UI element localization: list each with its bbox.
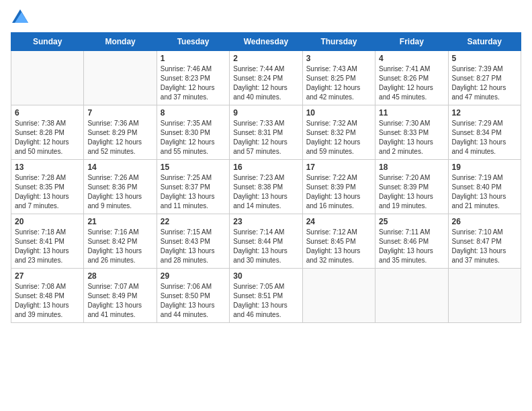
- day-info: Sunrise: 7:26 AM Sunset: 8:36 PM Dayligh…: [87, 173, 152, 211]
- day-info: Sunrise: 7:28 AM Sunset: 8:35 PM Dayligh…: [15, 173, 80, 211]
- day-number: 28: [87, 271, 152, 281]
- calendar-table: SundayMondayTuesdayWednesdayThursdayFrid…: [11, 32, 521, 323]
- day-info: Sunrise: 7:16 AM Sunset: 8:42 PM Dayligh…: [87, 228, 152, 265]
- calendar-week-row: 20Sunrise: 7:18 AM Sunset: 8:41 PM Dayli…: [11, 214, 521, 269]
- day-number: 4: [379, 54, 444, 63]
- day-info: Sunrise: 7:32 AM Sunset: 8:32 PM Dayligh…: [306, 119, 371, 156]
- weekday-header-wednesday: Wednesday: [230, 33, 302, 51]
- day-number: 12: [452, 108, 517, 118]
- day-number: 25: [379, 217, 444, 226]
- day-number: 14: [87, 163, 152, 172]
- day-number: 30: [233, 271, 298, 281]
- calendar-cell: 28Sunrise: 7:07 AM Sunset: 8:49 PM Dayli…: [84, 269, 157, 323]
- calendar-cell: 12Sunrise: 7:29 AM Sunset: 8:34 PM Dayli…: [448, 105, 521, 160]
- weekday-header-saturday: Saturday: [448, 33, 521, 51]
- day-info: Sunrise: 7:30 AM Sunset: 8:33 PM Dayligh…: [379, 119, 444, 156]
- calendar-cell: 5Sunrise: 7:39 AM Sunset: 8:27 PM Daylig…: [448, 51, 521, 105]
- day-info: Sunrise: 7:14 AM Sunset: 8:44 PM Dayligh…: [233, 228, 298, 265]
- day-info: Sunrise: 7:43 AM Sunset: 8:25 PM Dayligh…: [306, 64, 371, 102]
- calendar-cell: [11, 51, 84, 105]
- calendar-cell: 3Sunrise: 7:43 AM Sunset: 8:25 PM Daylig…: [302, 51, 375, 105]
- day-info: Sunrise: 7:12 AM Sunset: 8:45 PM Dayligh…: [306, 228, 371, 265]
- calendar-cell: 1Sunrise: 7:46 AM Sunset: 8:23 PM Daylig…: [157, 51, 229, 105]
- day-number: 9: [233, 108, 298, 118]
- day-info: Sunrise: 7:22 AM Sunset: 8:39 PM Dayligh…: [306, 173, 371, 211]
- day-info: Sunrise: 7:46 AM Sunset: 8:23 PM Dayligh…: [161, 64, 226, 102]
- day-info: Sunrise: 7:25 AM Sunset: 8:37 PM Dayligh…: [161, 173, 226, 211]
- calendar-week-row: 27Sunrise: 7:08 AM Sunset: 8:48 PM Dayli…: [11, 269, 521, 323]
- calendar-cell: 11Sunrise: 7:30 AM Sunset: 8:33 PM Dayli…: [375, 105, 448, 160]
- calendar-cell: 17Sunrise: 7:22 AM Sunset: 8:39 PM Dayli…: [302, 160, 375, 214]
- calendar-week-row: 13Sunrise: 7:28 AM Sunset: 8:35 PM Dayli…: [11, 160, 521, 214]
- day-number: 3: [306, 54, 371, 63]
- calendar-cell: 6Sunrise: 7:38 AM Sunset: 8:28 PM Daylig…: [11, 105, 84, 160]
- calendar-cell: 10Sunrise: 7:32 AM Sunset: 8:32 PM Dayli…: [302, 105, 375, 160]
- calendar-week-row: 6Sunrise: 7:38 AM Sunset: 8:28 PM Daylig…: [11, 105, 521, 160]
- day-number: 13: [15, 163, 80, 172]
- day-number: 24: [306, 217, 371, 226]
- calendar-cell: 21Sunrise: 7:16 AM Sunset: 8:42 PM Dayli…: [84, 214, 157, 269]
- calendar-cell: [302, 269, 375, 323]
- day-info: Sunrise: 7:05 AM Sunset: 8:51 PM Dayligh…: [233, 282, 298, 320]
- day-number: 10: [306, 108, 371, 118]
- day-number: 27: [15, 271, 80, 281]
- calendar-cell: 19Sunrise: 7:19 AM Sunset: 8:40 PM Dayli…: [448, 160, 521, 214]
- day-info: Sunrise: 7:15 AM Sunset: 8:43 PM Dayligh…: [161, 228, 226, 265]
- calendar-cell: 8Sunrise: 7:35 AM Sunset: 8:30 PM Daylig…: [157, 105, 229, 160]
- calendar-cell: 16Sunrise: 7:23 AM Sunset: 8:38 PM Dayli…: [230, 160, 302, 214]
- calendar-cell: 13Sunrise: 7:28 AM Sunset: 8:35 PM Dayli…: [11, 160, 84, 214]
- day-number: 1: [161, 54, 226, 63]
- weekday-header-sunday: Sunday: [11, 33, 84, 51]
- day-number: 16: [233, 163, 298, 172]
- day-number: 23: [233, 217, 298, 226]
- calendar-cell: [448, 269, 521, 323]
- day-number: 15: [161, 163, 226, 172]
- day-info: Sunrise: 7:20 AM Sunset: 8:39 PM Dayligh…: [379, 173, 444, 211]
- calendar-cell: 14Sunrise: 7:26 AM Sunset: 8:36 PM Dayli…: [84, 160, 157, 214]
- day-info: Sunrise: 7:10 AM Sunset: 8:47 PM Dayligh…: [452, 228, 517, 265]
- calendar-cell: 27Sunrise: 7:08 AM Sunset: 8:48 PM Dayli…: [11, 269, 84, 323]
- calendar-cell: [84, 51, 157, 105]
- day-number: 2: [233, 54, 298, 63]
- calendar-cell: 4Sunrise: 7:41 AM Sunset: 8:26 PM Daylig…: [375, 51, 448, 105]
- calendar-cell: 7Sunrise: 7:36 AM Sunset: 8:29 PM Daylig…: [84, 105, 157, 160]
- day-info: Sunrise: 7:39 AM Sunset: 8:27 PM Dayligh…: [452, 64, 517, 102]
- day-number: 26: [452, 217, 517, 226]
- calendar-week-row: 1Sunrise: 7:46 AM Sunset: 8:23 PM Daylig…: [11, 51, 521, 105]
- logo-icon: [12, 9, 28, 23]
- day-info: Sunrise: 7:29 AM Sunset: 8:34 PM Dayligh…: [452, 119, 517, 156]
- day-number: 5: [452, 54, 517, 63]
- calendar-cell: 30Sunrise: 7:05 AM Sunset: 8:51 PM Dayli…: [230, 269, 302, 323]
- day-number: 21: [87, 217, 152, 226]
- day-number: 6: [15, 108, 80, 118]
- calendar-cell: 23Sunrise: 7:14 AM Sunset: 8:44 PM Dayli…: [230, 214, 302, 269]
- day-number: 20: [15, 217, 80, 226]
- weekday-header-monday: Monday: [84, 33, 157, 51]
- calendar-cell: 25Sunrise: 7:11 AM Sunset: 8:46 PM Dayli…: [375, 214, 448, 269]
- day-info: Sunrise: 7:35 AM Sunset: 8:30 PM Dayligh…: [161, 119, 226, 156]
- day-info: Sunrise: 7:07 AM Sunset: 8:49 PM Dayligh…: [87, 282, 152, 320]
- day-info: Sunrise: 7:11 AM Sunset: 8:46 PM Dayligh…: [379, 228, 444, 265]
- day-number: 8: [161, 108, 226, 118]
- calendar-cell: 22Sunrise: 7:15 AM Sunset: 8:43 PM Dayli…: [157, 214, 229, 269]
- logo: [11, 11, 28, 24]
- weekday-header-thursday: Thursday: [302, 33, 375, 51]
- day-info: Sunrise: 7:44 AM Sunset: 8:24 PM Dayligh…: [233, 64, 298, 102]
- day-info: Sunrise: 7:06 AM Sunset: 8:50 PM Dayligh…: [161, 282, 226, 320]
- page-header: [11, 11, 521, 24]
- calendar-cell: 15Sunrise: 7:25 AM Sunset: 8:37 PM Dayli…: [157, 160, 229, 214]
- day-number: 22: [161, 217, 226, 226]
- day-info: Sunrise: 7:38 AM Sunset: 8:28 PM Dayligh…: [15, 119, 80, 156]
- day-number: 19: [452, 163, 517, 172]
- day-info: Sunrise: 7:19 AM Sunset: 8:40 PM Dayligh…: [452, 173, 517, 211]
- calendar-cell: 26Sunrise: 7:10 AM Sunset: 8:47 PM Dayli…: [448, 214, 521, 269]
- day-info: Sunrise: 7:41 AM Sunset: 8:26 PM Dayligh…: [379, 64, 444, 102]
- day-number: 7: [87, 108, 152, 118]
- day-info: Sunrise: 7:33 AM Sunset: 8:31 PM Dayligh…: [233, 119, 298, 156]
- calendar-cell: 9Sunrise: 7:33 AM Sunset: 8:31 PM Daylig…: [230, 105, 302, 160]
- calendar-cell: 29Sunrise: 7:06 AM Sunset: 8:50 PM Dayli…: [157, 269, 229, 323]
- calendar-cell: 24Sunrise: 7:12 AM Sunset: 8:45 PM Dayli…: [302, 214, 375, 269]
- calendar-cell: 2Sunrise: 7:44 AM Sunset: 8:24 PM Daylig…: [230, 51, 302, 105]
- weekday-header-friday: Friday: [375, 33, 448, 51]
- day-number: 11: [379, 108, 444, 118]
